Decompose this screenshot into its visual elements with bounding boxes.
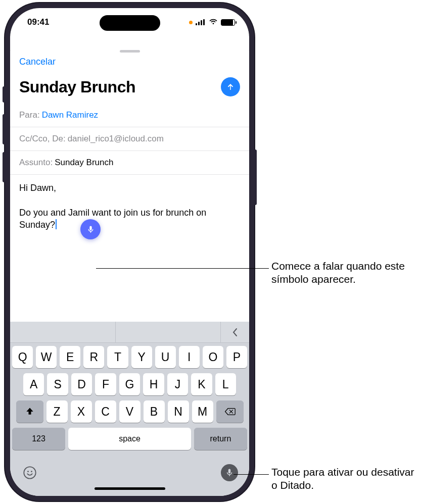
key-q[interactable]: Q — [12, 346, 33, 368]
arrow-up-icon — [226, 82, 235, 91]
silent-switch — [3, 86, 6, 103]
key-a[interactable]: A — [23, 373, 44, 395]
cell-signal-icon — [196, 19, 206, 25]
key-n[interactable]: N — [168, 400, 189, 423]
subject-label: Assunto: — [19, 158, 53, 168]
shift-key[interactable] — [16, 400, 43, 423]
chevron-left-icon — [231, 327, 239, 337]
mic-in-use-dot — [189, 21, 193, 24]
cancel-button[interactable]: Cancelar — [10, 55, 249, 72]
svg-point-1 — [27, 471, 29, 472]
compose-title: Sunday Brunch — [19, 78, 135, 96]
battery-icon — [221, 19, 235, 26]
return-key[interactable]: return — [194, 428, 247, 450]
key-t[interactable]: T — [107, 346, 128, 368]
key-g[interactable]: G — [119, 373, 140, 395]
keyboard-row: Q W E R T Y U I O P — [12, 346, 247, 368]
key-l[interactable]: L — [215, 373, 236, 395]
key-s[interactable]: S — [47, 373, 68, 395]
home-indicator[interactable] — [95, 487, 165, 490]
body-textarea[interactable]: Hi Dawn, Do you and Jamil want to join u… — [10, 175, 249, 266]
keyboard: Q W E R T Y U I O P A S D — [10, 322, 249, 496]
key-j[interactable]: J — [167, 373, 188, 395]
subject-value: Sunday Brunch — [55, 158, 113, 168]
key-v[interactable]: V — [119, 400, 141, 423]
text-cursor — [56, 219, 57, 229]
to-value: Dawn Ramirez — [42, 110, 98, 120]
suggestion-collapse[interactable] — [221, 322, 249, 342]
key-k[interactable]: K — [191, 373, 212, 395]
cc-label: Cc/Cco, De: — [19, 134, 66, 144]
key-h[interactable]: H — [143, 373, 164, 395]
key-r[interactable]: R — [83, 346, 104, 368]
space-key[interactable]: space — [68, 428, 191, 450]
svg-point-2 — [31, 471, 32, 472]
keyboard-row: 123 space return — [12, 428, 247, 450]
send-button[interactable] — [221, 77, 240, 96]
emoji-button[interactable] — [21, 464, 38, 481]
key-b[interactable]: B — [144, 400, 165, 423]
key-z[interactable]: Z — [46, 400, 68, 423]
to-label: Para: — [19, 110, 40, 120]
power-button — [254, 149, 257, 205]
subject-field[interactable]: Assunto: Sunday Brunch — [10, 151, 249, 175]
dictation-button[interactable] — [221, 464, 238, 481]
callout-dictation-indicator: Comece a falar quando este símbolo apare… — [271, 260, 418, 286]
body-greeting: Hi Dawn, — [19, 182, 240, 194]
key-e[interactable]: E — [60, 346, 80, 368]
backspace-icon — [224, 408, 236, 416]
key-o[interactable]: O — [203, 346, 223, 368]
keyboard-row: A S D F G H J K L — [12, 373, 247, 395]
microphone-icon — [225, 468, 234, 477]
keyboard-row: Z X C V B N M — [12, 400, 247, 423]
key-y[interactable]: Y — [131, 346, 152, 368]
to-field[interactable]: Para: Dawn Ramirez — [10, 104, 249, 127]
suggestion-bar — [10, 322, 249, 343]
volume-down-button — [3, 152, 6, 182]
callout-leader-line — [233, 474, 269, 475]
microphone-icon — [86, 225, 95, 234]
wifi-icon — [209, 17, 218, 27]
callout-dictation-button: Toque para ativar ou desativar o Ditado. — [271, 466, 418, 492]
suggestion-slot[interactable] — [116, 322, 221, 342]
cc-value: daniel_rico1@icloud.com — [68, 134, 164, 144]
dictation-indicator[interactable] — [80, 219, 101, 239]
cc-field[interactable]: Cc/Cco, De: daniel_rico1@icloud.com — [10, 127, 249, 151]
numeric-key[interactable]: 123 — [12, 428, 65, 450]
key-p[interactable]: P — [226, 346, 247, 368]
key-i[interactable]: I — [179, 346, 200, 368]
key-x[interactable]: X — [71, 400, 92, 423]
compose-sheet: Cancelar Sunday Brunch Para: Dawn Ramire… — [10, 46, 249, 322]
sheet-grabber[interactable] — [120, 50, 140, 53]
volume-up-button — [3, 114, 6, 144]
key-c[interactable]: C — [95, 400, 116, 423]
key-u[interactable]: U — [155, 346, 176, 368]
clock: 09:41 — [27, 17, 49, 27]
suggestion-slot[interactable] — [10, 322, 116, 342]
body-text: Do you and Jamil want to join us for bru… — [19, 208, 206, 230]
emoji-icon — [23, 466, 37, 480]
callout-leader-line — [96, 268, 269, 269]
svg-point-0 — [24, 467, 35, 478]
key-m[interactable]: M — [192, 400, 213, 423]
shift-icon — [25, 407, 35, 417]
backspace-key[interactable] — [216, 400, 244, 423]
key-d[interactable]: D — [71, 373, 92, 395]
dynamic-island — [100, 15, 160, 31]
phone-frame: 09:41 Cancelar Sunday Brunch — [5, 3, 254, 501]
key-w[interactable]: W — [36, 346, 57, 368]
key-f[interactable]: F — [95, 373, 116, 395]
